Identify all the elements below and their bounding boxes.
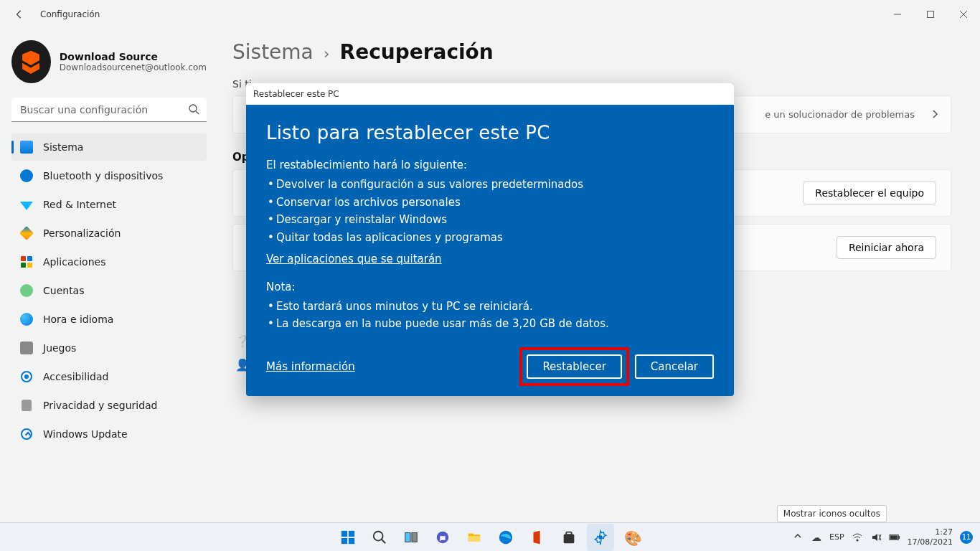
chat-icon[interactable] [429,524,456,551]
dialog-title: Listo para restablecer este PC [266,122,714,143]
window-controls [881,0,980,29]
reset-dialog: Restablecer este PC Listo para restablec… [246,83,734,396]
svg-line-5 [196,111,199,114]
titlebar: Configuración [0,0,980,29]
profile-block[interactable]: Download Source Downloadsourcenet@outloo… [11,40,207,83]
battery-icon[interactable] [889,532,900,543]
svg-point-20 [856,539,858,541]
reset-button[interactable]: Restablecer [527,354,621,379]
svg-point-10 [374,531,383,540]
view-apps-link[interactable]: Ver aplicaciones que se quitarán [266,253,442,265]
sidebar-item-label: Accesibilidad [43,371,108,382]
note-bullet: La descarga en la nube puede usar más de… [266,315,714,333]
settings-icon[interactable] [587,524,614,551]
back-icon[interactable] [13,8,26,21]
sidebar-item-label: Sistema [43,141,83,153]
sidebar-item-apps[interactable]: Aplicaciones [11,248,207,276]
sidebar: Download Source Downloadsourcenet@outloo… [0,29,215,522]
dialog-bullet: Quitar todas las aplicaciones y programa… [266,229,714,247]
profile-email: Downloadsourcenet@outlook.com [60,62,207,72]
tray-tooltip: Mostrar iconos ocultos [777,505,887,522]
date-text: 17/08/2021 [908,537,953,547]
sidebar-item-access[interactable]: Accesibilidad [11,363,207,390]
dialog-intro: El restablecimiento hará lo siguiente: [266,156,714,174]
notification-badge[interactable]: 11 [960,531,973,544]
svg-rect-1 [928,11,934,18]
sidebar-item-label: Juegos [43,342,76,354]
svg-rect-8 [341,537,347,543]
breadcrumb: Sistema › Recuperación [232,40,951,64]
more-info-link[interactable]: Más información [266,360,355,373]
troubleshoot-desc: e un solucionador de problemas [765,109,915,120]
sidebar-item-upd[interactable]: Windows Update [11,420,207,448]
reset-pc-button[interactable]: Restablecer el equipo [803,182,936,204]
sidebar-item-label: Red & Internet [43,199,116,210]
sidebar-item-label: Privacidad y seguridad [43,400,158,411]
svg-rect-18 [566,532,571,534]
sidebar-item-label: Aplicaciones [43,256,105,268]
explorer-icon[interactable] [461,524,488,551]
breadcrumb-parent[interactable]: Sistema [232,40,314,64]
dialog-bullet-list: Devolver la configuración a sus valores … [266,176,714,247]
taskbar: 🎨 Mostrar iconos ocultos ☁ ESP 1:27 17/0… [0,522,980,551]
sidebar-item-time[interactable]: Hora e idioma [11,306,207,333]
dialog-header: Restablecer este PC [246,83,734,105]
search-box [11,98,207,122]
taskbar-center: 🎨 [334,524,646,551]
svg-rect-9 [349,537,354,543]
note-bullet: Esto tardará unos minutos y tu PC se rei… [266,298,714,316]
svg-rect-24 [898,536,900,539]
search-icon[interactable] [188,103,199,115]
sidebar-item-pers[interactable]: Personalización [11,220,207,247]
note-label: Nota: [266,278,714,296]
restart-now-button[interactable]: Reiniciar ahora [837,236,936,259]
system-tray: Mostrar iconos ocultos ☁ ESP 1:27 17/08/… [793,527,980,546]
store-icon[interactable] [555,524,583,551]
page-title: Recuperación [340,40,494,64]
sidebar-item-label: Personalización [43,227,121,239]
svg-point-19 [598,535,603,540]
dialog-bullet: Conservar los archivos personales [266,194,714,212]
svg-rect-15 [468,536,481,541]
taskbar-search-icon[interactable] [366,524,393,551]
cancel-button[interactable]: Cancelar [635,354,714,379]
minimize-button[interactable] [881,0,914,29]
paint-icon[interactable]: 🎨 [618,524,646,551]
breadcrumb-separator: › [324,44,330,62]
note-bullet-list: Esto tardará unos minutos y tu PC se rei… [266,298,714,334]
sidebar-item-priv[interactable]: Privacidad y seguridad [11,392,207,419]
svg-rect-25 [890,535,897,539]
sidebar-item-sys[interactable]: Sistema [11,133,207,161]
sidebar-item-label: Windows Update [43,428,128,440]
sidebar-item-net[interactable]: Red & Internet [11,191,207,218]
language-indicator[interactable]: ESP [829,532,844,542]
sidebar-item-label: Hora e idioma [43,314,113,325]
close-button[interactable] [947,0,980,29]
edge-icon[interactable] [492,524,519,551]
sidebar-item-games[interactable]: Juegos [11,334,207,362]
svg-line-11 [382,539,386,543]
sidebar-item-acc[interactable]: Cuentas [11,277,207,304]
svg-rect-7 [349,530,354,536]
svg-rect-12 [405,532,410,542]
svg-rect-17 [564,534,575,543]
maximize-button[interactable] [914,0,947,29]
office-icon[interactable] [524,524,551,551]
time-text: 1:27 [908,527,953,537]
nav-list: SistemaBluetooth y dispositivosRed & Int… [11,133,207,448]
avatar [11,40,51,83]
svg-rect-13 [412,532,417,542]
sidebar-item-bt[interactable]: Bluetooth y dispositivos [11,162,207,189]
chevron-right-icon [930,108,939,121]
task-view-icon[interactable] [397,524,425,551]
onedrive-icon[interactable]: ☁ [811,532,822,543]
start-button[interactable] [334,524,362,551]
dialog-bullet: Devolver la configuración a sus valores … [266,176,714,194]
svg-point-4 [189,105,197,112]
profile-name: Download Source [60,51,207,62]
show-hidden-icons[interactable] [793,532,804,542]
volume-icon[interactable] [870,532,882,543]
clock[interactable]: 1:27 17/08/2021 [908,527,953,546]
wifi-icon[interactable] [852,532,863,543]
search-input[interactable] [11,98,207,122]
